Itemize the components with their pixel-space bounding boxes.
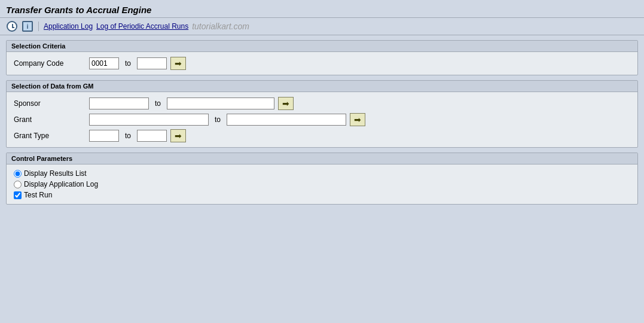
grant-nav-button[interactable]: ➡	[350, 113, 365, 126]
selection-gm-header: Selection of Data from GM	[7, 81, 637, 92]
grant-type-row: Grant Type to ➡	[14, 129, 630, 142]
selection-criteria-section: Selection Criteria Company Code to ➡	[6, 40, 638, 75]
grant-to-input[interactable]	[227, 114, 346, 126]
company-code-to-label: to	[125, 59, 131, 68]
sponsor-to-input[interactable]	[167, 97, 274, 109]
app-log-link[interactable]: Application Log	[44, 22, 93, 31]
grant-type-to-label: to	[125, 132, 131, 140]
sponsor-nav-button[interactable]: ➡	[278, 97, 294, 110]
sponsor-label: Sponsor	[14, 99, 86, 108]
company-code-row: Company Code to ➡	[14, 57, 630, 70]
info-icon[interactable]: i	[22, 20, 33, 32]
selection-criteria-header: Selection Criteria	[7, 41, 637, 52]
control-params-body: Display Results List Display Application…	[7, 164, 637, 204]
toolbar: i Application Log Log of Periodic Accrua…	[0, 18, 644, 35]
grant-type-label: Grant Type	[14, 132, 86, 140]
grant-to-label: to	[215, 115, 221, 124]
company-code-nav-button[interactable]: ➡	[170, 57, 186, 70]
grant-row: Grant to ➡	[14, 113, 630, 126]
grant-type-nav-button[interactable]: ➡	[170, 129, 186, 142]
test-run-checkbox[interactable]	[14, 191, 22, 199]
grant-type-to-input[interactable]	[137, 130, 167, 142]
grant-from-input[interactable]	[89, 114, 209, 126]
display-results-row: Display Results List	[14, 169, 630, 178]
page-title: Transfer Grants to Accrual Engine	[6, 5, 638, 15]
company-code-from-input[interactable]	[89, 57, 119, 69]
grant-type-from-input[interactable]	[89, 130, 119, 142]
display-applog-row: Display Application Log	[14, 180, 630, 188]
periodic-log-link[interactable]: Log of Periodic Accrual Runs	[96, 22, 188, 31]
test-run-label: Test Run	[24, 191, 52, 199]
control-params-section: Control Parameters Display Results List …	[6, 153, 638, 205]
company-code-to-input[interactable]	[137, 57, 167, 69]
selection-gm-section: Selection of Data from GM Sponsor to ➡ G…	[6, 80, 638, 148]
company-code-label: Company Code	[14, 59, 86, 68]
sponsor-to-label: to	[155, 99, 161, 108]
selection-gm-body: Sponsor to ➡ Grant to ➡ Grant Type to ➡	[7, 92, 637, 147]
clock-icon[interactable]	[6, 20, 18, 32]
control-params-header: Control Parameters	[7, 153, 637, 164]
display-results-radio[interactable]	[14, 170, 22, 178]
grant-label: Grant	[14, 115, 86, 124]
toolbar-separator	[38, 22, 39, 31]
display-applog-radio[interactable]	[14, 181, 22, 188]
main-content: Selection Criteria Company Code to ➡ Sel…	[0, 35, 644, 209]
sponsor-row: Sponsor to ➡	[14, 97, 630, 110]
title-bar: Transfer Grants to Accrual Engine	[0, 0, 644, 18]
display-applog-label: Display Application Log	[24, 180, 98, 188]
display-results-label: Display Results List	[24, 169, 87, 178]
sponsor-from-input[interactable]	[89, 97, 149, 109]
selection-criteria-body: Company Code to ➡	[7, 52, 637, 75]
watermark: tutorialkart.com	[192, 22, 249, 31]
test-run-row: Test Run	[14, 191, 630, 199]
